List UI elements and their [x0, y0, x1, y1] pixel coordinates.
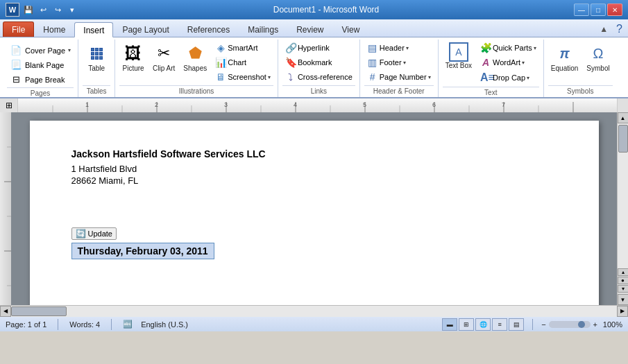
cross-reference-button[interactable]: ⤵ Cross-reference	[282, 70, 355, 84]
text-box-button[interactable]: A Text Box	[443, 41, 475, 71]
cross-reference-label: Cross-reference	[298, 73, 353, 81]
scroll-down-button[interactable]: ▼	[618, 294, 629, 305]
cover-page-button[interactable]: 📄 Cover Page ▾	[7, 44, 74, 57]
scroll-next-page-btn[interactable]: ▾	[618, 285, 629, 293]
pages-group-label: Pages	[7, 87, 74, 99]
tab-page-layout[interactable]: Page Layout	[113, 21, 178, 37]
zoom-out-btn[interactable]: −	[541, 320, 545, 329]
update-btn-row: 🔄 Update	[71, 227, 557, 241]
picture-button[interactable]: 🖼 Picture	[119, 41, 147, 74]
undo-qa-btn[interactable]: ↩	[37, 3, 49, 16]
hyperlink-button[interactable]: 🔗 Hyperlink	[282, 41, 355, 55]
tab-home[interactable]: Home	[34, 21, 74, 37]
separator2	[111, 319, 112, 330]
minimize-button[interactable]: —	[574, 3, 589, 16]
close-button[interactable]: ✕	[607, 3, 622, 16]
footer-button[interactable]: ▥ Footer ▾	[364, 55, 434, 69]
spell-check-icon[interactable]: 🔤	[123, 320, 133, 329]
scroll-prev-page-btn[interactable]: ▴	[618, 268, 629, 276]
illustrations-group: 🖼 Picture ✂ Clip Art ⬟ Shapes ◈ SmartArt…	[115, 40, 278, 97]
zoom-level[interactable]: 100%	[600, 320, 622, 329]
maximize-button[interactable]: □	[591, 3, 606, 16]
ribbon-tabs: File Home Insert Page Layout References …	[0, 19, 628, 37]
ruler-area: ⊞ 1 2 3 4 5 6 7	[0, 98, 628, 112]
word-art-button[interactable]: A WordArt ▾	[477, 55, 539, 69]
screenshot-button[interactable]: 🖥 Screenshot ▾	[212, 70, 273, 84]
pages-group-content: 📄 Cover Page ▾ 📃 Blank Page ⊟ Page Break	[7, 41, 74, 87]
window-title: Document1 - Microsoft Word	[78, 5, 574, 15]
save-qa-btn[interactable]: 💾	[22, 3, 35, 16]
quick-access-toolbar: 💾 ↩ ↪ ▾	[22, 3, 78, 16]
window-controls: — □ ✕	[574, 3, 622, 16]
page-info: Page: 1 of 1	[6, 320, 46, 329]
zoom-in-btn[interactable]: +	[593, 320, 597, 329]
update-button[interactable]: 🔄 Update	[71, 227, 117, 240]
symbol-icon: Ω	[587, 42, 609, 64]
redo-qa-btn[interactable]: ↪	[51, 3, 64, 16]
scroll-up-button[interactable]: ▲	[618, 112, 629, 123]
draft-btn[interactable]: ▤	[509, 318, 524, 331]
zoom-slider[interactable]	[549, 321, 591, 328]
text-box-icon: A	[449, 42, 468, 62]
help-button[interactable]: ?	[611, 21, 628, 37]
tab-references[interactable]: References	[178, 21, 239, 37]
print-layout-btn[interactable]: ▬	[442, 318, 457, 331]
shapes-button[interactable]: ⬟ Shapes	[180, 41, 210, 74]
tab-file[interactable]: File	[3, 21, 34, 37]
h-scroll-right-btn[interactable]: ▶	[617, 306, 628, 317]
h-scroll-track[interactable]	[11, 306, 617, 317]
update-icon: 🔄	[76, 229, 86, 239]
web-layout-btn[interactable]: 🌐	[475, 318, 491, 331]
pages-group: 📄 Cover Page ▾ 📃 Blank Page ⊟ Page Break…	[3, 40, 78, 97]
svg-text:2: 2	[155, 101, 158, 108]
clip-art-button[interactable]: ✂ Clip Art	[150, 41, 178, 74]
quick-parts-arrow: ▾	[534, 45, 536, 51]
tab-view[interactable]: View	[333, 21, 369, 37]
zoom-thumb[interactable]	[578, 321, 585, 328]
text-stack: 🧩 Quick Parts ▾ A WordArt ▾ A≡ Drop Cap …	[477, 41, 539, 85]
equation-button[interactable]: π Equation	[548, 41, 581, 74]
tab-mailings[interactable]: Mailings	[239, 21, 287, 37]
table-button[interactable]: Table	[83, 41, 110, 74]
table-icon	[85, 42, 108, 64]
chart-button[interactable]: 📊 Chart	[212, 55, 273, 69]
tab-insert[interactable]: Insert	[74, 22, 113, 37]
footer-label: Footer	[380, 58, 402, 67]
header-button[interactable]: ▤ Header ▾	[364, 41, 434, 55]
drop-cap-button[interactable]: A≡ Drop Cap ▾	[477, 70, 539, 85]
symbol-button[interactable]: Ω Symbol	[584, 41, 612, 74]
quick-parts-button[interactable]: 🧩 Quick Parts ▾	[477, 41, 539, 55]
bookmark-button[interactable]: 🔖 Bookmark	[282, 55, 355, 69]
view-buttons: ▬ ⊞ 🌐 ≡ ▤	[442, 318, 524, 331]
scroll-track[interactable]	[618, 123, 629, 272]
h-scroll-left-btn[interactable]: ◀	[0, 306, 11, 317]
horizontal-scrollbar: ◀ ▶	[0, 305, 628, 316]
qa-dropdown[interactable]: ▾	[66, 3, 78, 16]
status-bar: Page: 1 of 1 Words: 4 🔤 English (U.S.) ▬…	[0, 316, 628, 331]
ribbon-collapse-btn[interactable]: ▲	[597, 23, 611, 35]
cover-page-label: Cover Page	[25, 46, 65, 55]
scroll-bottom-btns: ▴ ● ▾	[618, 272, 629, 294]
blank-page-button[interactable]: 📃 Blank Page	[7, 58, 74, 71]
smart-art-button[interactable]: ◈ SmartArt	[212, 41, 273, 55]
scroll-thumb[interactable]	[618, 125, 628, 153]
outline-btn[interactable]: ≡	[492, 318, 507, 331]
ruler-corner[interactable]: ⊞	[0, 98, 18, 112]
page-number-button[interactable]: # Page Number ▾	[364, 70, 434, 84]
word-art-label: WordArt	[493, 58, 520, 67]
text-group-label: Text	[443, 87, 539, 98]
links-group-label: Links	[282, 85, 355, 97]
svg-text:3: 3	[224, 101, 228, 108]
footer-arrow: ▾	[403, 60, 406, 66]
scroll-select-btn[interactable]: ●	[618, 277, 629, 284]
date-field[interactable]: Thursday, February 03, 2011	[71, 243, 214, 259]
tab-review[interactable]: Review	[287, 21, 332, 37]
page-break-button[interactable]: ⊟ Page Break	[7, 73, 74, 86]
company-name: Jackson Hartsfield Software Services LLC	[71, 148, 557, 159]
update-label: Update	[88, 229, 112, 238]
h-scroll-thumb[interactable]	[11, 306, 67, 316]
word-art-icon: A	[480, 57, 491, 68]
full-reading-btn[interactable]: ⊞	[459, 318, 474, 331]
language-info[interactable]: English (U.S.)	[141, 320, 188, 329]
equation-label: Equation	[551, 64, 578, 73]
